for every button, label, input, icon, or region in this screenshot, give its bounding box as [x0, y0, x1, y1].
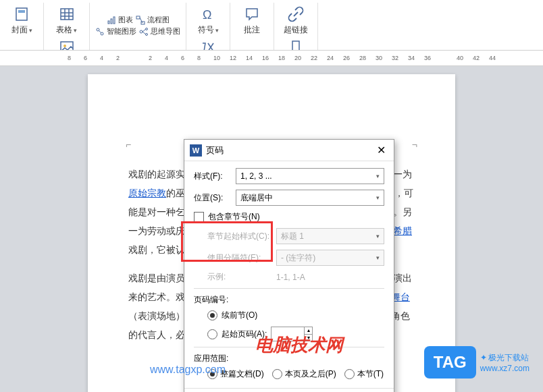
- comment-label: 批注: [244, 24, 260, 36]
- continue-label: 续前节(O): [222, 310, 257, 321]
- chevron-down-icon: ▾: [74, 27, 77, 34]
- scope-section-label: 本节(T): [357, 368, 384, 380]
- include-chapter-label: 包含章节号(N): [208, 211, 260, 223]
- ruler-mark: 6: [181, 55, 184, 61]
- scope-whole-radio[interactable]: [207, 369, 217, 379]
- mindmap-button[interactable]: 思维导图: [139, 26, 180, 36]
- ruler-mark: 40: [457, 55, 463, 61]
- chart-icon: [107, 16, 116, 25]
- ruler: 8642246810121416182022242628303234364042…: [0, 51, 543, 66]
- close-icon[interactable]: ✕: [374, 144, 388, 157]
- chevron-down-icon: ▾: [215, 27, 219, 34]
- include-chapter-checkbox[interactable]: [194, 212, 204, 222]
- svg-text:Ω: Ω: [203, 8, 211, 22]
- ruler-mark: 24: [327, 55, 334, 61]
- corner-mark: ⌐: [412, 135, 417, 154]
- startat-input[interactable]: ▲▼: [271, 327, 313, 341]
- flowchart-label: 流程图: [147, 15, 170, 25]
- svg-rect-0: [16, 8, 27, 20]
- spin-up[interactable]: ▲: [305, 327, 312, 335]
- ruler-mark: 26: [343, 55, 350, 61]
- ruler-mark: 12: [230, 55, 236, 61]
- ruler-mark: 10: [213, 55, 220, 61]
- scope-label: 应用范围:: [194, 353, 384, 364]
- ruler-mark: 34: [408, 55, 415, 61]
- cover-icon: [13, 5, 30, 23]
- position-select[interactable]: 底端居中▾: [236, 190, 384, 206]
- ruler-mark: 8: [197, 55, 201, 61]
- bookmark-button[interactable]: 书签: [280, 37, 312, 51]
- chevron-down-icon: ▾: [376, 194, 380, 201]
- cover-button[interactable]: 封面▾: [5, 4, 38, 37]
- symbol-label: 符号: [198, 24, 214, 36]
- link-religion[interactable]: 原始宗教: [128, 188, 166, 198]
- svg-rect-22: [113, 17, 115, 24]
- ruler-mark: 18: [278, 55, 285, 61]
- svg-point-29: [140, 30, 143, 33]
- separator-select: - (连字符)▾: [276, 250, 384, 266]
- svg-line-32: [143, 29, 146, 32]
- comment-icon: [243, 5, 261, 23]
- chevron-down-icon: ▾: [376, 254, 380, 261]
- svg-line-28: [99, 30, 101, 33]
- flowchart-button[interactable]: 流程图: [136, 15, 170, 25]
- startat-radio[interactable]: [207, 329, 217, 339]
- chevron-down-icon: ▾: [376, 173, 380, 179]
- spin-down[interactable]: ▼: [305, 335, 312, 341]
- ruler-mark: 2: [116, 55, 120, 61]
- ruler-mark: 20: [294, 55, 301, 61]
- separator-label: 使用分隔符(E):: [207, 252, 272, 264]
- style-select[interactable]: 1, 2, 3 ...▾: [236, 168, 384, 184]
- ruler-mark: 42: [473, 55, 480, 61]
- ruler-mark: 32: [392, 55, 398, 61]
- example-value: 1-1, 1-A: [276, 273, 305, 282]
- chart-label: 图表: [118, 15, 133, 25]
- svg-rect-21: [111, 19, 112, 24]
- corner-mark: ⌐: [126, 135, 131, 154]
- smartart-button[interactable]: 智能图形: [95, 26, 136, 36]
- page-number-dialog: W 页码 ✕ 样式(F): 1, 2, 3 ...▾ 位置(S): 底端居中▾ …: [184, 139, 394, 392]
- hyperlink-label: 超链接: [284, 24, 308, 36]
- picture-button[interactable]: 图片▾: [51, 37, 83, 51]
- bookmark-icon: [287, 38, 305, 51]
- smartart-icon: [95, 27, 105, 36]
- dialog-title: 页码: [206, 144, 374, 157]
- ruler-mark: 36: [424, 55, 431, 61]
- chevron-down-icon: ▾: [376, 233, 380, 240]
- scope-section-radio[interactable]: [344, 369, 355, 379]
- chapter-start-label: 章节起始样式(C):: [207, 231, 272, 242]
- ruler-mark: 16: [262, 55, 269, 61]
- ruler-mark: 6: [84, 55, 87, 61]
- equation-icon: [199, 38, 217, 51]
- ruler-mark: 2: [149, 55, 152, 61]
- smartart-label: 智能图形: [107, 26, 136, 36]
- scope-after-radio[interactable]: [272, 369, 282, 379]
- equation-button[interactable]: 公式▾: [192, 37, 224, 51]
- mindmap-label: 思维导图: [151, 26, 180, 36]
- continue-radio[interactable]: [207, 310, 217, 320]
- chapter-start-select: 标题 1▾: [276, 228, 384, 244]
- ruler-mark: 4: [165, 55, 168, 61]
- symbol-button[interactable]: Ω 符号▾: [192, 4, 224, 37]
- chart-button[interactable]: 图表: [107, 15, 133, 25]
- scope-whole-label: 整篇文档(D): [220, 368, 264, 380]
- mindmap-icon: [139, 27, 149, 36]
- dialog-titlebar: W 页码 ✕: [184, 140, 394, 161]
- symbol-icon: Ω: [199, 5, 217, 23]
- ruler-mark: 30: [376, 55, 382, 61]
- startat-label: 起始页码(A):: [222, 329, 267, 340]
- table-button[interactable]: 表格▾: [51, 4, 83, 37]
- svg-rect-2: [61, 9, 73, 20]
- ruler-mark: 4: [100, 55, 103, 61]
- svg-rect-1: [18, 10, 25, 13]
- ruler-mark: 44: [489, 55, 496, 61]
- chevron-down-icon: ▾: [29, 27, 32, 34]
- flowchart-icon: [136, 16, 145, 25]
- pagenum-label: 页码编号:: [194, 294, 384, 306]
- position-label: 位置(S):: [194, 192, 232, 204]
- table-icon: [58, 5, 76, 23]
- picture-icon: [58, 38, 76, 51]
- hyperlink-button[interactable]: 超链接: [280, 4, 312, 37]
- svg-point-8: [63, 45, 66, 47]
- comment-button[interactable]: 批注: [236, 4, 268, 37]
